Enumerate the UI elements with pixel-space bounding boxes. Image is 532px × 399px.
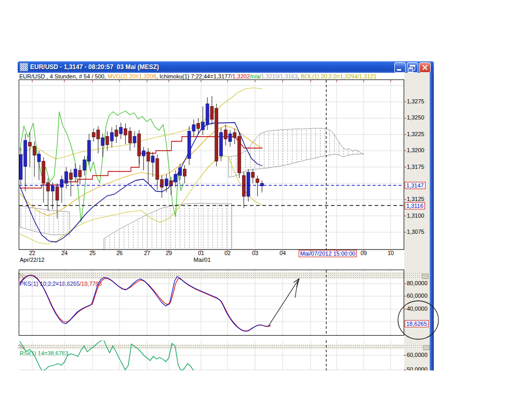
indicator-legend: EUR/USD , 4 Stunden, # 54 / 500, MVG(2) … xyxy=(19,73,377,79)
legend-segment: BOL(1) 20;2,0=1,3294/1,3121 xyxy=(301,73,377,79)
x-axis-label: 09 xyxy=(361,250,367,256)
support-price-box: 1,3116 xyxy=(405,202,425,209)
x-axis-label: 25 xyxy=(89,250,96,256)
current-price-box: 1,3147 xyxy=(405,182,425,189)
close-button[interactable] xyxy=(419,62,431,73)
splitter-2[interactable] xyxy=(18,344,430,349)
x-axis-label: 02 xyxy=(224,250,231,256)
y-axis-label: 1,3200 xyxy=(407,147,424,153)
restore-icon xyxy=(410,65,415,71)
rsi-y-label: 60,0000 xyxy=(407,352,428,358)
x-axis-label: 26 xyxy=(116,250,123,256)
pks-y-label: 80,0000 xyxy=(407,280,428,286)
pks-panel-legend: PKS(1) 10;3;2=18,6265/18,7783 xyxy=(20,281,102,287)
desktop: EUR/USD - 1,3147 - 08:20:57 03 Mai (MESZ… xyxy=(0,0,532,399)
x-axis-label: 03 xyxy=(252,250,258,256)
window-border-right[interactable] xyxy=(430,73,434,370)
window-title: EUR/USD - 1,3147 - 08:20:57 03 Mai (MESZ… xyxy=(30,63,159,71)
splitter-1[interactable] xyxy=(18,272,430,279)
legend-segment: /n/a/ xyxy=(250,73,261,79)
legend-segment: /18,7783 xyxy=(79,281,102,287)
legend-segment: EUR/USD , 4 Stunden, # 54 / 500 xyxy=(19,73,104,79)
pane-resize-icon-2[interactable] xyxy=(19,344,25,350)
time-marker-box: Mai/07/2012 15:00:00 xyxy=(299,250,357,257)
pane-resize-icon-1[interactable] xyxy=(19,273,25,278)
x-axis-label: 10 xyxy=(388,250,394,256)
title-bar[interactable]: EUR/USD - 1,3147 - 08:20:57 03 Mai (MESZ… xyxy=(18,61,434,73)
legend-segment: Ichimoku(1) 7;22;44=1,3177 xyxy=(159,73,231,79)
minimize-button[interactable] xyxy=(394,62,406,73)
x-axis-date-label: Apr/22/12 xyxy=(20,257,45,263)
restore-button[interactable] xyxy=(407,62,418,73)
y-axis-label: 1,3250 xyxy=(407,114,424,121)
x-axis-label: 22 xyxy=(29,250,35,256)
rsi-panel-legend: RSI(1) 14=38,6783 xyxy=(20,350,68,356)
pks-y-label: 60,0000 xyxy=(407,292,428,299)
pks-y-label: 40,0000 xyxy=(407,305,428,312)
legend-segment: PKS(1) 10;3;2=18,6265 xyxy=(20,281,79,287)
x-axis-label: 01 xyxy=(198,250,204,256)
y-axis-label: 1,3225 xyxy=(407,131,424,137)
y-axis-label: 1,3100 xyxy=(407,212,424,219)
legend-segment: MVG(2) 20=1,3208 xyxy=(108,73,156,79)
x-axis-label: 24 xyxy=(61,250,68,256)
legend-segment: /1,3202 xyxy=(231,73,250,79)
y-axis-label: 1,3125 xyxy=(407,196,424,202)
legend-segment: 1,3210/1,3163 xyxy=(261,73,297,79)
y-axis-label: 1,3175 xyxy=(407,164,424,170)
client-area: EUR/USD , 4 Stunden, # 54 / 500, MVG(2) … xyxy=(18,73,430,370)
rsi-y-label: 50,0000 xyxy=(407,366,428,370)
y-axis-label: 1,3075 xyxy=(407,229,424,235)
x-axis-label: 04 xyxy=(280,250,286,256)
chart-window: EUR/USD - 1,3147 - 08:20:57 03 Mai (MESZ… xyxy=(18,61,434,370)
minimize-icon xyxy=(397,69,401,71)
x-axis-label: 29 xyxy=(166,250,172,256)
app-icon xyxy=(20,63,28,71)
x-axis-label: 27 xyxy=(144,250,150,256)
x-axis-date-label: Mai/01 xyxy=(193,257,210,263)
legend-segment: RSI(1) 14=38,6783 xyxy=(20,350,68,356)
splitter-grip-1[interactable] xyxy=(422,274,429,279)
pks-value-box: 18,6265 xyxy=(405,320,429,327)
y-axis-label: 1,3275 xyxy=(407,98,424,104)
splitter-grip-2[interactable] xyxy=(423,345,430,350)
